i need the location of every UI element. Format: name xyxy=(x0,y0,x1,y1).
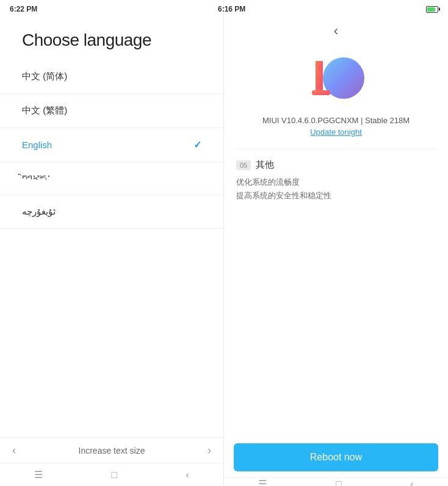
changelog-section: 05 其他 优化系统的流畅度提高系统的安全性和稳定性 xyxy=(224,149,448,213)
back-chevron-icon: ‹ xyxy=(334,23,338,39)
text-size-label: Increase text size xyxy=(21,446,203,456)
changelog-item: 优化系统的流畅度 xyxy=(236,177,436,188)
update-version: MIUI V10.4.6.0.PGGCNXM | Stable 218M xyxy=(262,116,410,125)
status-right xyxy=(426,6,438,13)
language-name-ti: ཏིབ་སྐད་ xyxy=(22,173,51,184)
bottom-bar-right: Reboot now ☰ □ ‹ xyxy=(224,437,448,486)
left-panel: Choose language 中文 (简体)中文 (繁體)English✓ཏི… xyxy=(0,0,224,486)
right-panel: ‹ xyxy=(224,0,448,486)
center-time: 6:16 PM xyxy=(218,5,245,13)
language-item-zh-cn[interactable]: 中文 (简体) xyxy=(0,60,223,94)
nav-menu-icon-right[interactable]: ☰ xyxy=(258,478,267,486)
miui-logo-area: MIUI V10.4.6.0.PGGCNXM | Stable 218M Upd… xyxy=(224,41,448,149)
battery-icon xyxy=(426,6,438,13)
language-list: 中文 (简体)中文 (繁體)English✓ཏིབ་སྐད་ئۇيغۇرچە xyxy=(0,60,223,437)
changelog-title: 其他 xyxy=(256,159,274,171)
changelog-header: 05 其他 xyxy=(236,159,436,171)
nav-back-icon-left[interactable]: ‹ xyxy=(186,470,189,481)
text-size-decrease-button[interactable]: ‹ xyxy=(12,444,16,457)
language-item-en[interactable]: English✓ xyxy=(0,128,223,162)
language-name-zh-cn: 中文 (简体) xyxy=(22,71,67,82)
back-button[interactable]: ‹ xyxy=(224,18,448,41)
svg-rect-3 xyxy=(312,90,330,95)
left-header: Choose language xyxy=(0,18,223,60)
nav-bar-right: ☰ □ ‹ xyxy=(224,477,448,486)
changelog-item: 提高系统的安全性和稳定性 xyxy=(236,190,436,201)
language-item-ug[interactable]: ئۇيغۇرچە xyxy=(0,195,223,229)
status-bar: 6:22 PM 6:16 PM xyxy=(0,0,448,18)
update-tonight-link[interactable]: Update tonight xyxy=(310,127,362,137)
language-name-en: English xyxy=(22,140,52,150)
nav-home-icon-right[interactable]: □ xyxy=(336,479,342,487)
nav-home-icon-left[interactable]: □ xyxy=(111,470,117,481)
language-item-ti[interactable]: ཏིབ་སྐད་ xyxy=(0,162,223,195)
nav-menu-icon-left[interactable]: ☰ xyxy=(34,469,43,481)
nav-bar-left: ☰ □ ‹ xyxy=(0,463,223,486)
changelog-badge: 05 xyxy=(236,160,251,170)
nav-back-icon-right[interactable]: ‹ xyxy=(410,479,413,487)
changelog-items: 优化系统的流畅度提高系统的安全性和稳定性 xyxy=(236,177,436,201)
text-size-row: ‹ Increase text size › xyxy=(0,438,223,463)
bottom-bar-left: ‹ Increase text size › ☰ □ ‹ xyxy=(0,437,223,486)
language-name-ug: ئۇيغۇرچە xyxy=(22,206,56,217)
text-size-increase-button[interactable]: › xyxy=(208,444,211,457)
language-name-zh-tw: 中文 (繁體) xyxy=(22,105,67,116)
reboot-button[interactable]: Reboot now xyxy=(234,443,438,471)
page-title: Choose language xyxy=(22,30,201,50)
language-item-zh-tw[interactable]: 中文 (繁體) xyxy=(0,94,223,128)
left-time: 6:22 PM xyxy=(10,5,37,13)
language-check-icon: ✓ xyxy=(193,139,201,151)
miui-logo xyxy=(306,48,367,109)
